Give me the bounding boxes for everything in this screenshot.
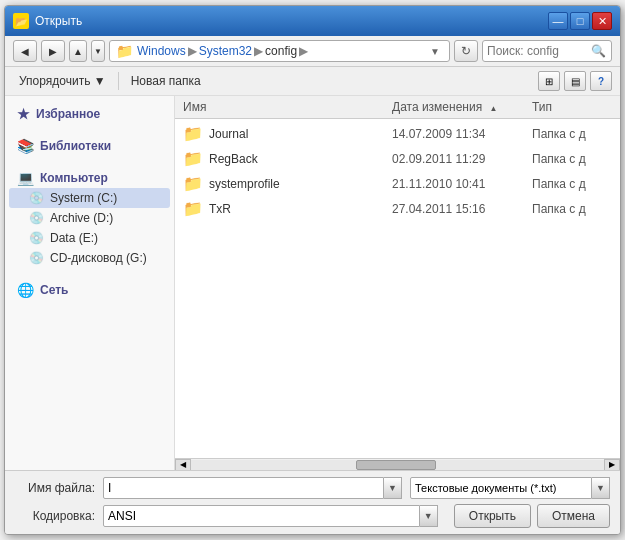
breadcrumb-bar[interactable]: 📁 Windows ▶ System32 ▶ config ▶ ▼ bbox=[109, 40, 450, 62]
refresh-button[interactable]: ↻ bbox=[454, 40, 478, 62]
sidebar-item-archived[interactable]: 💿 Archive (D:) bbox=[9, 208, 170, 228]
sidebar-item-cdg[interactable]: 💿 CD-дисковод (G:) bbox=[9, 248, 170, 268]
star-icon: ★ bbox=[17, 106, 30, 122]
folder-icon: 📁 bbox=[183, 149, 203, 168]
libraries-label: Библиотеки bbox=[40, 139, 111, 153]
sidebar-group-network: 🌐 Сеть bbox=[9, 280, 170, 300]
open-button[interactable]: Открыть bbox=[454, 504, 531, 528]
file-date: 14.07.2009 11:34 bbox=[392, 127, 532, 141]
search-box[interactable]: 🔍 bbox=[482, 40, 612, 62]
horizontal-scrollbar[interactable]: ◀ ▶ bbox=[175, 458, 620, 470]
filename-label: Имя файла: bbox=[15, 481, 95, 495]
sidebar-group-favorites: ★ Избранное bbox=[9, 104, 170, 124]
file-date: 02.09.2011 11:29 bbox=[392, 152, 532, 166]
file-name: systemprofile bbox=[209, 177, 392, 191]
search-input[interactable] bbox=[487, 44, 587, 58]
filename-input[interactable] bbox=[103, 477, 384, 499]
drive-d-label: Archive (D:) bbox=[50, 211, 113, 225]
breadcrumb-config: config bbox=[265, 44, 297, 58]
action-bar-right: ⊞ ▤ ? bbox=[538, 71, 612, 91]
close-button[interactable]: ✕ bbox=[592, 12, 612, 30]
folder-icon: 📁 bbox=[183, 199, 203, 218]
drive-g-icon: 💿 bbox=[29, 251, 44, 265]
new-folder-button[interactable]: Новая папка bbox=[125, 72, 207, 90]
content-area: Имя Дата изменения ▲ Тип 📁 Journal 14.07… bbox=[175, 96, 620, 470]
sidebar-item-libraries[interactable]: 📚 Библиотеки bbox=[9, 136, 170, 156]
cancel-button[interactable]: Отмена bbox=[537, 504, 610, 528]
network-icon: 🌐 bbox=[17, 282, 34, 298]
title-bar-left: 📂 Открыть bbox=[13, 13, 82, 29]
sidebar-item-systemc[interactable]: 💿 Systerm (C:) bbox=[9, 188, 170, 208]
breadcrumb-dropdown-button[interactable]: ▼ bbox=[427, 46, 443, 57]
drive-d-icon: 💿 bbox=[29, 211, 44, 225]
forward-button[interactable]: ▶ bbox=[41, 40, 65, 62]
sidebar-item-network[interactable]: 🌐 Сеть bbox=[9, 280, 170, 300]
scroll-track[interactable] bbox=[191, 460, 604, 470]
maximize-button[interactable]: □ bbox=[570, 12, 590, 30]
sidebar: ★ Избранное 📚 Библиотеки 💻 Компьютер 💿 S… bbox=[5, 96, 175, 470]
file-name: RegBack bbox=[209, 152, 392, 166]
column-type-header[interactable]: Тип bbox=[532, 100, 612, 114]
dialog-icon: 📂 bbox=[13, 13, 29, 29]
view-toggle-button[interactable]: ⊞ bbox=[538, 71, 560, 91]
encoding-dropdown-button[interactable]: ▼ bbox=[420, 505, 438, 527]
help-button[interactable]: ? bbox=[590, 71, 612, 91]
title-controls: — □ ✕ bbox=[548, 12, 612, 30]
navigation-toolbar: ◀ ▶ ▲ ▼ 📁 Windows ▶ System32 ▶ config ▶ … bbox=[5, 36, 620, 67]
file-name: TxR bbox=[209, 202, 392, 216]
encoding-input-group: ▼ bbox=[103, 505, 438, 527]
sidebar-item-favorites[interactable]: ★ Избранное bbox=[9, 104, 170, 124]
computer-icon: 💻 bbox=[17, 170, 34, 186]
file-type: Папка с д bbox=[532, 202, 612, 216]
drive-e-icon: 💿 bbox=[29, 231, 44, 245]
filename-dropdown-button[interactable]: ▼ bbox=[384, 477, 402, 499]
file-list: 📁 Journal 14.07.2009 11:34 Папка с д 📁 R… bbox=[175, 119, 620, 458]
breadcrumb-windows[interactable]: Windows bbox=[137, 44, 186, 58]
filename-input-group: ▼ bbox=[103, 477, 402, 499]
encoding-input[interactable] bbox=[103, 505, 420, 527]
filetype-dropdown-button[interactable]: ▼ bbox=[592, 477, 610, 499]
nav-dropdown-button[interactable]: ▼ bbox=[91, 40, 105, 62]
sidebar-group-computer: 💻 Компьютер 💿 Systerm (C:) 💿 Archive (D:… bbox=[9, 168, 170, 268]
filetype-select-group: ▼ bbox=[410, 477, 610, 499]
action-bar: Упорядочить ▼ Новая папка ⊞ ▤ ? bbox=[5, 67, 620, 96]
network-label: Сеть bbox=[40, 283, 68, 297]
dialog-title: Открыть bbox=[35, 14, 82, 28]
encoding-row: Кодировка: ▼ Открыть Отмена bbox=[15, 504, 610, 528]
encoding-label: Кодировка: bbox=[15, 509, 95, 523]
table-row[interactable]: 📁 RegBack 02.09.2011 11:29 Папка с д bbox=[175, 146, 620, 171]
search-icon: 🔍 bbox=[591, 44, 606, 58]
drive-e-label: Data (E:) bbox=[50, 231, 98, 245]
up-button[interactable]: ▲ bbox=[69, 40, 87, 62]
drive-g-label: CD-дисковод (G:) bbox=[50, 251, 147, 265]
scroll-thumb[interactable] bbox=[356, 460, 436, 470]
computer-label: Компьютер bbox=[40, 171, 108, 185]
file-name: Journal bbox=[209, 127, 392, 141]
table-row[interactable]: 📁 Journal 14.07.2009 11:34 Папка с д bbox=[175, 121, 620, 146]
toolbar-divider bbox=[118, 72, 119, 90]
drive-c-icon: 💿 bbox=[29, 191, 44, 205]
sort-arrow-icon: ▲ bbox=[490, 104, 498, 113]
file-date: 27.04.2011 15:16 bbox=[392, 202, 532, 216]
minimize-button[interactable]: — bbox=[548, 12, 568, 30]
open-dialog: 📂 Открыть — □ ✕ ◀ ▶ ▲ ▼ 📁 Windows ▶ Syst… bbox=[4, 5, 621, 535]
bottom-bar: Имя файла: ▼ ▼ Кодировка: ▼ Открыть Отме… bbox=[5, 470, 620, 534]
table-row[interactable]: 📁 TxR 27.04.2011 15:16 Папка с д bbox=[175, 196, 620, 221]
breadcrumb-system32[interactable]: System32 bbox=[199, 44, 252, 58]
organize-button[interactable]: Упорядочить ▼ bbox=[13, 72, 112, 90]
favorites-label: Избранное bbox=[36, 107, 100, 121]
breadcrumb-icon: 📁 bbox=[116, 43, 133, 59]
scroll-right-button[interactable]: ▶ bbox=[604, 459, 620, 471]
view-list-button[interactable]: ▤ bbox=[564, 71, 586, 91]
scroll-left-button[interactable]: ◀ bbox=[175, 459, 191, 471]
sidebar-item-datae[interactable]: 💿 Data (E:) bbox=[9, 228, 170, 248]
table-row[interactable]: 📁 systemprofile 21.11.2010 10:41 Папка с… bbox=[175, 171, 620, 196]
folder-icon: 📁 bbox=[183, 174, 203, 193]
filetype-input bbox=[410, 477, 592, 499]
sidebar-item-computer[interactable]: 💻 Компьютер bbox=[9, 168, 170, 188]
title-bar: 📂 Открыть — □ ✕ bbox=[5, 6, 620, 36]
file-type: Папка с д bbox=[532, 177, 612, 191]
column-name-header[interactable]: Имя bbox=[183, 100, 392, 114]
back-button[interactable]: ◀ bbox=[13, 40, 37, 62]
action-bar-left: Упорядочить ▼ Новая папка bbox=[13, 72, 207, 90]
